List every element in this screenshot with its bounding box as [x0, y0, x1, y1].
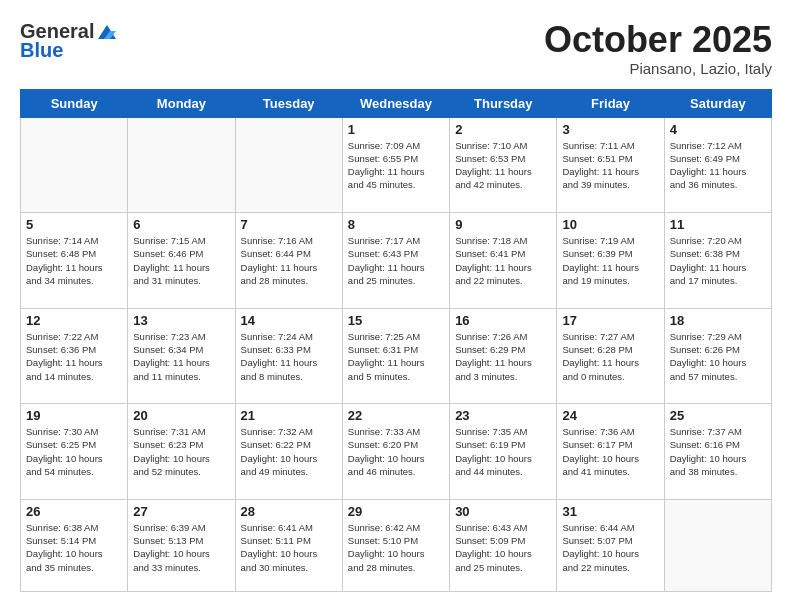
table-row: 4Sunrise: 7:12 AM Sunset: 6:49 PM Daylig… [664, 117, 771, 213]
day-number: 5 [26, 217, 122, 232]
table-row: 5Sunrise: 7:14 AM Sunset: 6:48 PM Daylig… [21, 213, 128, 309]
day-info: Sunrise: 7:32 AM Sunset: 6:22 PM Dayligh… [241, 425, 337, 478]
day-info: Sunrise: 7:18 AM Sunset: 6:41 PM Dayligh… [455, 234, 551, 287]
day-number: 26 [26, 504, 122, 519]
day-info: Sunrise: 7:16 AM Sunset: 6:44 PM Dayligh… [241, 234, 337, 287]
logo-blue: Blue [20, 39, 63, 62]
table-row: 17Sunrise: 7:27 AM Sunset: 6:28 PM Dayli… [557, 308, 664, 404]
day-info: Sunrise: 7:12 AM Sunset: 6:49 PM Dayligh… [670, 139, 766, 192]
month-title: October 2025 [544, 20, 772, 60]
table-row: 20Sunrise: 7:31 AM Sunset: 6:23 PM Dayli… [128, 404, 235, 500]
table-row: 9Sunrise: 7:18 AM Sunset: 6:41 PM Daylig… [450, 213, 557, 309]
table-row: 19Sunrise: 7:30 AM Sunset: 6:25 PM Dayli… [21, 404, 128, 500]
day-number: 15 [348, 313, 444, 328]
day-number: 1 [348, 122, 444, 137]
table-row: 27Sunrise: 6:39 AM Sunset: 5:13 PM Dayli… [128, 499, 235, 591]
calendar-header-row: Sunday Monday Tuesday Wednesday Thursday… [21, 89, 772, 117]
day-number: 27 [133, 504, 229, 519]
day-info: Sunrise: 7:24 AM Sunset: 6:33 PM Dayligh… [241, 330, 337, 383]
day-number: 22 [348, 408, 444, 423]
day-info: Sunrise: 7:30 AM Sunset: 6:25 PM Dayligh… [26, 425, 122, 478]
day-info: Sunrise: 6:38 AM Sunset: 5:14 PM Dayligh… [26, 521, 122, 574]
table-row: 3Sunrise: 7:11 AM Sunset: 6:51 PM Daylig… [557, 117, 664, 213]
day-number: 24 [562, 408, 658, 423]
table-row: 30Sunrise: 6:43 AM Sunset: 5:09 PM Dayli… [450, 499, 557, 591]
day-info: Sunrise: 7:09 AM Sunset: 6:55 PM Dayligh… [348, 139, 444, 192]
table-row: 7Sunrise: 7:16 AM Sunset: 6:44 PM Daylig… [235, 213, 342, 309]
day-number: 31 [562, 504, 658, 519]
header-friday: Friday [557, 89, 664, 117]
day-info: Sunrise: 6:42 AM Sunset: 5:10 PM Dayligh… [348, 521, 444, 574]
day-number: 10 [562, 217, 658, 232]
day-number: 23 [455, 408, 551, 423]
day-number: 14 [241, 313, 337, 328]
table-row: 29Sunrise: 6:42 AM Sunset: 5:10 PM Dayli… [342, 499, 449, 591]
day-info: Sunrise: 7:25 AM Sunset: 6:31 PM Dayligh… [348, 330, 444, 383]
header-wednesday: Wednesday [342, 89, 449, 117]
day-info: Sunrise: 6:43 AM Sunset: 5:09 PM Dayligh… [455, 521, 551, 574]
table-row [235, 117, 342, 213]
header-monday: Monday [128, 89, 235, 117]
day-number: 17 [562, 313, 658, 328]
header-thursday: Thursday [450, 89, 557, 117]
table-row: 10Sunrise: 7:19 AM Sunset: 6:39 PM Dayli… [557, 213, 664, 309]
day-number: 30 [455, 504, 551, 519]
day-info: Sunrise: 7:20 AM Sunset: 6:38 PM Dayligh… [670, 234, 766, 287]
location-subtitle: Piansano, Lazio, Italy [544, 60, 772, 77]
table-row: 23Sunrise: 7:35 AM Sunset: 6:19 PM Dayli… [450, 404, 557, 500]
day-number: 13 [133, 313, 229, 328]
day-number: 29 [348, 504, 444, 519]
day-number: 12 [26, 313, 122, 328]
table-row: 14Sunrise: 7:24 AM Sunset: 6:33 PM Dayli… [235, 308, 342, 404]
day-info: Sunrise: 7:37 AM Sunset: 6:16 PM Dayligh… [670, 425, 766, 478]
day-info: Sunrise: 7:27 AM Sunset: 6:28 PM Dayligh… [562, 330, 658, 383]
day-info: Sunrise: 7:11 AM Sunset: 6:51 PM Dayligh… [562, 139, 658, 192]
table-row: 1Sunrise: 7:09 AM Sunset: 6:55 PM Daylig… [342, 117, 449, 213]
day-info: Sunrise: 7:10 AM Sunset: 6:53 PM Dayligh… [455, 139, 551, 192]
day-info: Sunrise: 7:19 AM Sunset: 6:39 PM Dayligh… [562, 234, 658, 287]
day-info: Sunrise: 7:14 AM Sunset: 6:48 PM Dayligh… [26, 234, 122, 287]
table-row: 16Sunrise: 7:26 AM Sunset: 6:29 PM Dayli… [450, 308, 557, 404]
day-info: Sunrise: 7:31 AM Sunset: 6:23 PM Dayligh… [133, 425, 229, 478]
table-row: 13Sunrise: 7:23 AM Sunset: 6:34 PM Dayli… [128, 308, 235, 404]
table-row: 11Sunrise: 7:20 AM Sunset: 6:38 PM Dayli… [664, 213, 771, 309]
header-tuesday: Tuesday [235, 89, 342, 117]
header-sunday: Sunday [21, 89, 128, 117]
header-saturday: Saturday [664, 89, 771, 117]
day-info: Sunrise: 7:33 AM Sunset: 6:20 PM Dayligh… [348, 425, 444, 478]
table-row: 18Sunrise: 7:29 AM Sunset: 6:26 PM Dayli… [664, 308, 771, 404]
table-row: 2Sunrise: 7:10 AM Sunset: 6:53 PM Daylig… [450, 117, 557, 213]
day-info: Sunrise: 6:41 AM Sunset: 5:11 PM Dayligh… [241, 521, 337, 574]
table-row: 22Sunrise: 7:33 AM Sunset: 6:20 PM Dayli… [342, 404, 449, 500]
day-number: 25 [670, 408, 766, 423]
day-number: 11 [670, 217, 766, 232]
title-section: October 2025 Piansano, Lazio, Italy [544, 20, 772, 77]
table-row: 12Sunrise: 7:22 AM Sunset: 6:36 PM Dayli… [21, 308, 128, 404]
table-row: 26Sunrise: 6:38 AM Sunset: 5:14 PM Dayli… [21, 499, 128, 591]
day-info: Sunrise: 6:39 AM Sunset: 5:13 PM Dayligh… [133, 521, 229, 574]
day-number: 7 [241, 217, 337, 232]
day-number: 2 [455, 122, 551, 137]
table-row: 21Sunrise: 7:32 AM Sunset: 6:22 PM Dayli… [235, 404, 342, 500]
logo: General Blue [20, 20, 118, 62]
calendar: Sunday Monday Tuesday Wednesday Thursday… [20, 89, 772, 592]
table-row [664, 499, 771, 591]
header: General Blue October 2025 Piansano, Lazi… [20, 20, 772, 77]
day-info: Sunrise: 7:22 AM Sunset: 6:36 PM Dayligh… [26, 330, 122, 383]
table-row: 24Sunrise: 7:36 AM Sunset: 6:17 PM Dayli… [557, 404, 664, 500]
day-number: 3 [562, 122, 658, 137]
table-row: 31Sunrise: 6:44 AM Sunset: 5:07 PM Dayli… [557, 499, 664, 591]
day-number: 19 [26, 408, 122, 423]
table-row [21, 117, 128, 213]
logo-icon [96, 21, 118, 43]
day-info: Sunrise: 7:26 AM Sunset: 6:29 PM Dayligh… [455, 330, 551, 383]
table-row: 25Sunrise: 7:37 AM Sunset: 6:16 PM Dayli… [664, 404, 771, 500]
day-number: 21 [241, 408, 337, 423]
day-number: 4 [670, 122, 766, 137]
day-number: 18 [670, 313, 766, 328]
day-info: Sunrise: 7:29 AM Sunset: 6:26 PM Dayligh… [670, 330, 766, 383]
day-number: 6 [133, 217, 229, 232]
table-row: 15Sunrise: 7:25 AM Sunset: 6:31 PM Dayli… [342, 308, 449, 404]
table-row: 28Sunrise: 6:41 AM Sunset: 5:11 PM Dayli… [235, 499, 342, 591]
day-info: Sunrise: 7:17 AM Sunset: 6:43 PM Dayligh… [348, 234, 444, 287]
